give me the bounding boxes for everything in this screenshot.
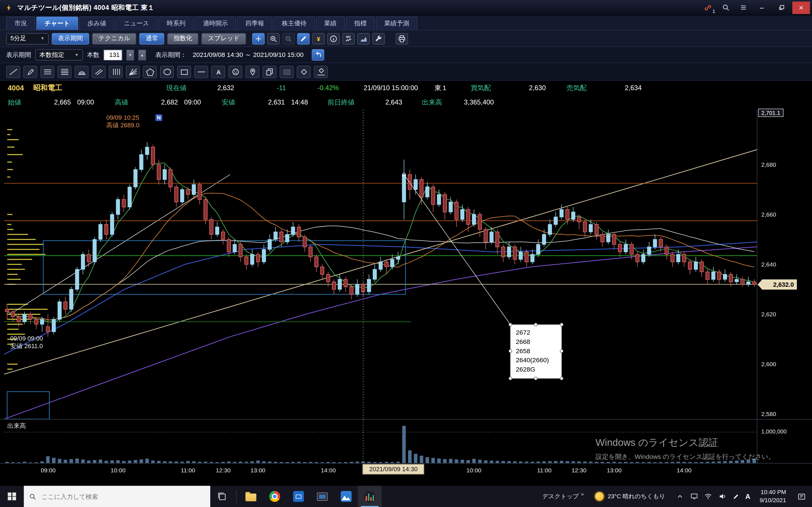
ime-mode-indicator[interactable]: A <box>746 493 750 501</box>
ellipse-tool[interactable] <box>160 65 174 78</box>
tab-時系列[interactable]: 時系列 <box>158 17 194 30</box>
h-lines-3-tool[interactable] <box>40 65 54 78</box>
taskbar-search-input[interactable] <box>40 492 205 501</box>
area-chart-button[interactable] <box>357 33 370 44</box>
link-icon[interactable]: 1 <box>700 1 716 14</box>
selection-handle[interactable] <box>509 377 512 380</box>
price-chart[interactable]: 2,7002,6802,6602,6402,6202,6002,580N09/0… <box>0 110 812 419</box>
yen-button[interactable]: ¥ <box>312 33 324 44</box>
selection-handle[interactable] <box>534 377 538 380</box>
info-button[interactable] <box>327 33 340 44</box>
mail-app-icon[interactable] <box>287 486 310 507</box>
zoom-in-button[interactable] <box>267 33 280 44</box>
v-lines-tool[interactable] <box>109 65 123 78</box>
tab-指標[interactable]: 指標 <box>346 17 375 30</box>
toolbar-button-テクニカル[interactable]: テクニカル <box>92 33 137 44</box>
pentagon-tool[interactable] <box>143 65 157 78</box>
volume-axis-tick: 1,000,000 <box>761 429 786 435</box>
tray-expand-caret-icon[interactable] <box>675 493 685 499</box>
photos-app-icon[interactable] <box>334 486 358 507</box>
eraser-tool[interactable] <box>297 65 311 78</box>
chevron-expand-icon[interactable]: » <box>581 491 584 497</box>
icon-stamp-tool[interactable] <box>229 65 243 78</box>
selection-handle[interactable] <box>534 323 538 327</box>
search-icon[interactable] <box>718 1 733 14</box>
remote-desktop-icon[interactable] <box>310 486 334 507</box>
windows-logo-icon <box>8 492 16 500</box>
interval-select[interactable]: 5分足▼ <box>6 33 49 44</box>
wrench-button[interactable] <box>372 33 385 44</box>
speaker-icon[interactable] <box>718 493 727 501</box>
plus-button[interactable] <box>252 33 264 44</box>
memo-annotation[interactable]: 2672266826582640(2660)2628G <box>510 325 562 379</box>
start-button[interactable] <box>0 486 24 507</box>
file-explorer-icon[interactable] <box>239 486 262 507</box>
toolbar-button-指数化[interactable]: 指数化 <box>167 33 199 44</box>
rectangle-tool[interactable] <box>177 65 191 78</box>
clock-time: 10:40 PM <box>761 489 786 496</box>
bid-price: 2,630 <box>491 84 546 92</box>
text-tool[interactable]: A <box>211 65 225 78</box>
copy-tool[interactable] <box>262 65 276 78</box>
print-button[interactable] <box>396 33 408 44</box>
task-view-button[interactable] <box>210 486 234 507</box>
reset-period-button[interactable] <box>312 49 324 60</box>
clear-all-tool[interactable] <box>314 65 328 78</box>
time-axis-label: 13:00 <box>607 467 622 473</box>
count-down-button[interactable]: ▼ <box>126 49 134 60</box>
region-tool[interactable] <box>280 65 294 78</box>
weather-widget[interactable]: 23°C 晴れのちくもり <box>589 492 671 501</box>
taskbar-search[interactable] <box>24 486 210 507</box>
close-button[interactable] <box>792 1 810 14</box>
ask-label: 売気配 <box>566 83 587 93</box>
open-price: 2,665 <box>21 98 71 106</box>
trend-line-tool[interactable] <box>6 65 20 78</box>
h-lines-4-tool[interactable] <box>57 65 71 78</box>
wifi-icon[interactable] <box>703 493 713 501</box>
my-chart-button[interactable]: MY <box>342 33 355 44</box>
selection-handle[interactable] <box>509 323 512 327</box>
tab-適時開示[interactable]: 適時開示 <box>195 17 236 30</box>
zoom-out-button[interactable] <box>282 33 295 44</box>
tab-業績予測[interactable]: 業績予測 <box>376 17 417 30</box>
tab-市況[interactable]: 市況 <box>6 17 35 30</box>
gann-fan-tool[interactable] <box>126 65 140 78</box>
menu-icon[interactable] <box>735 1 751 14</box>
trading-app-icon[interactable] <box>358 486 382 507</box>
period-mode-select[interactable]: 本数指定▼ <box>35 49 83 60</box>
count-up-button[interactable]: ▲ <box>138 49 146 60</box>
display-tray-icon[interactable] <box>689 493 699 501</box>
channel-tool[interactable] <box>92 65 106 78</box>
desktop-toolbar[interactable]: デスクトップ » <box>537 493 589 501</box>
tab-業績[interactable]: 業績 <box>316 17 345 30</box>
chrome-icon[interactable] <box>262 486 286 507</box>
tab-歩み値[interactable]: 歩み値 <box>79 17 114 30</box>
pencil-button[interactable] <box>297 33 310 44</box>
app-logo-icon <box>4 1 13 14</box>
h-line-tool[interactable] <box>194 65 208 78</box>
volume-chart[interactable] <box>0 420 812 464</box>
fib-arc-tool[interactable] <box>74 65 89 78</box>
search-icon <box>29 493 36 500</box>
action-center-button[interactable] <box>792 492 812 501</box>
selection-handle[interactable] <box>560 323 564 327</box>
high-label: 高値 <box>115 98 128 107</box>
pin-tool[interactable] <box>246 65 260 78</box>
toolbar-button-スプレッド[interactable]: スプレッド <box>202 33 246 44</box>
pen-icon[interactable] <box>731 493 741 500</box>
taskbar-clock[interactable]: 10:40 PM 9/10/2021 <box>755 489 792 504</box>
bar-count-input[interactable] <box>103 49 122 60</box>
tab-四季報[interactable]: 四季報 <box>237 17 272 30</box>
selection-handle[interactable] <box>560 377 564 380</box>
tab-ニュース[interactable]: ニュース <box>116 17 157 30</box>
stock-name: 昭和電工 <box>33 83 145 93</box>
tab-チャート[interactable]: チャート <box>36 17 78 30</box>
toolbar-button-表示期間[interactable]: 表示期間 <box>52 33 89 44</box>
minimize-button[interactable] <box>753 1 770 14</box>
marker-pen-tool[interactable] <box>23 65 38 78</box>
tab-株主優待[interactable]: 株主優待 <box>273 17 315 30</box>
selection-handle[interactable] <box>509 349 512 353</box>
maximize-button[interactable] <box>772 1 790 14</box>
link-count: 1 <box>712 8 715 13</box>
toolbar-button-通常[interactable]: 通常 <box>140 33 164 44</box>
